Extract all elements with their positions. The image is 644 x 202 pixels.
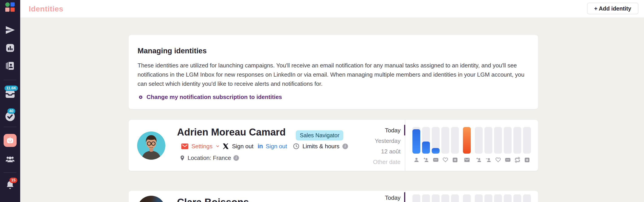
- activity-track: [523, 194, 531, 202]
- activity-slot-message: [432, 127, 440, 164]
- inbox-count-badge: 11.6K: [4, 86, 18, 91]
- notifications-count-badge: 15: [10, 178, 17, 183]
- sidebar-item-team[interactable]: [0, 154, 20, 165]
- activity-slot-user: [412, 127, 420, 164]
- activity-slot-heart: [442, 194, 449, 202]
- lgm-logo-icon: [5, 2, 15, 12]
- message-icon: [432, 157, 440, 164]
- add-identity-button[interactable]: + Add identity: [587, 3, 638, 14]
- activity-track: [484, 127, 492, 154]
- linkedin-sign-out[interactable]: in Sign out: [258, 143, 287, 150]
- activity-track: [494, 194, 502, 202]
- date-filter-yesterday[interactable]: Yesterday: [340, 136, 400, 146]
- info-icon[interactable]: i: [233, 155, 239, 161]
- activity-track: [475, 194, 483, 202]
- x-logo-icon: [222, 143, 229, 150]
- card-body-text: These identities are utilized for launch…: [138, 61, 526, 89]
- clock-icon: [293, 143, 300, 150]
- user-plus-icon: [475, 157, 483, 164]
- sidebar-item-leads[interactable]: [0, 61, 20, 71]
- linkedin-sign-out-label: Sign out: [266, 143, 287, 150]
- activity-track: [463, 194, 471, 202]
- activity-slot-user-minus: [484, 127, 492, 164]
- activity-slot-heart: [494, 194, 502, 202]
- activity-track: [494, 127, 502, 154]
- activity-slot-heart: [494, 127, 502, 164]
- gear-icon: [138, 94, 144, 100]
- user-plus-icon: [422, 157, 430, 164]
- activity-slot-message: [504, 127, 512, 164]
- date-filter-other-date[interactable]: Other date: [340, 157, 400, 167]
- activity-slot-user: [412, 194, 420, 202]
- settings-menu[interactable]: Settings: [181, 143, 220, 150]
- bar-chart-icon: [6, 43, 15, 53]
- linkedin-logo-icon: in: [258, 143, 263, 150]
- identity-card: Clara Boissons TodayYesterday12 aoûtOthe…: [128, 191, 538, 202]
- notification-subscription-link[interactable]: Change my notification subscription to i…: [138, 94, 282, 101]
- x-sign-out-label: Sign out: [232, 143, 253, 150]
- repost-icon: [514, 157, 521, 164]
- heart-icon: [442, 157, 449, 164]
- activity-bar: [412, 129, 420, 154]
- mail-icon: [463, 157, 471, 164]
- date-filter-today[interactable]: Today: [340, 193, 400, 202]
- date-filter-12-août[interactable]: 12 août: [340, 146, 400, 157]
- contact-book-icon: [6, 61, 15, 71]
- envelope-icon: [181, 143, 188, 149]
- plus-square-icon: [451, 157, 459, 164]
- identities-active-tile: [4, 134, 16, 147]
- activity-track: [514, 127, 521, 154]
- sidebar: 11.6K 40: [0, 0, 20, 202]
- activity-track: [451, 127, 459, 154]
- avatar[interactable]: [137, 196, 166, 202]
- identity-name: Clara Boissons: [177, 197, 249, 202]
- activity-track: [422, 194, 430, 202]
- activity-slot-heart: [442, 127, 449, 164]
- activity-track: [412, 194, 420, 202]
- robot-icon: [6, 136, 14, 145]
- activity-slot-message: [432, 194, 440, 202]
- identity-name: Adrien Moreau Camard: [177, 126, 286, 138]
- activity-slot-user-plus: [422, 127, 430, 164]
- activity-track: [442, 127, 449, 154]
- activity-track: [432, 127, 440, 154]
- selected-date-indicator: [404, 192, 405, 202]
- heart-icon: [494, 157, 502, 164]
- activity-slot-plus-square: [523, 194, 531, 202]
- plus-square-icon: [523, 157, 531, 164]
- sidebar-divider: [4, 172, 16, 173]
- user-minus-icon: [484, 157, 492, 164]
- date-filter-today[interactable]: Today: [340, 125, 400, 136]
- managing-identities-card: Managing identities These identities are…: [128, 35, 538, 109]
- identity-card: Adrien Moreau Camard Sales Navigator Set…: [128, 120, 538, 171]
- selected-date-indicator: [404, 125, 405, 135]
- activity-track: [463, 127, 471, 154]
- location-row: Location: France i: [179, 154, 239, 162]
- activity-slot-plus-square: [523, 127, 531, 164]
- activity-track: [514, 194, 521, 202]
- chevron-down-icon: [216, 144, 220, 148]
- sidebar-item-identities[interactable]: [0, 134, 20, 147]
- activity-track: [422, 127, 430, 154]
- activity-chart: [412, 194, 533, 202]
- settings-label: Settings: [192, 143, 212, 150]
- sidebar-item-reports[interactable]: [0, 43, 20, 53]
- activity-chart: [412, 127, 533, 164]
- activity-track: [523, 127, 531, 154]
- sidebar-item-campaigns[interactable]: [0, 25, 20, 35]
- activity-track: [484, 194, 492, 202]
- app-logo[interactable]: [0, 2, 20, 12]
- paper-plane-icon: [5, 25, 15, 35]
- activity-slot-user-plus: [475, 194, 483, 202]
- activity-slot-mail: [463, 194, 471, 202]
- activity-track: [442, 194, 449, 202]
- notification-subscription-label: Change my notification subscription to i…: [146, 94, 282, 101]
- activity-slot-message: [504, 194, 512, 202]
- limits-label: Limits & hours: [302, 143, 340, 150]
- x-sign-out[interactable]: Sign out: [222, 143, 253, 150]
- activity-slot-plus-square: [451, 194, 459, 202]
- tasks-count-badge: 40: [8, 108, 15, 114]
- activity-slot-plus-square: [451, 127, 459, 164]
- header: Identities + Add identity: [20, 0, 644, 17]
- card-title: Managing identities: [138, 47, 529, 55]
